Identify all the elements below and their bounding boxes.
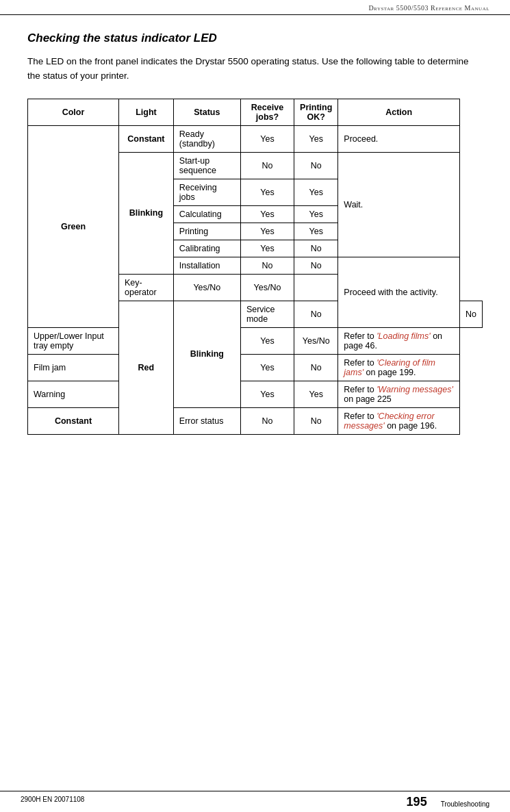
printing-yesno: Yes/No [240,274,294,301]
status-servicemode: Service mode [240,301,294,327]
col-header-status: Status [173,99,240,125]
page-number: 195 [407,796,427,808]
status-warning: Warning [28,381,119,407]
printing-no: No [459,301,482,327]
section-title: Checking the status indicator LED [27,31,483,45]
receive-yes: Yes [240,205,294,223]
status-filmjam: Film jam [28,354,119,381]
printing-no: No [294,152,338,179]
printing-no: No [294,354,338,381]
light-constant-red: Constant [28,407,119,434]
printing-yes: Yes [294,125,338,152]
receive-no: No [240,407,294,434]
status-printing: Printing [173,223,240,240]
action-film-jam: Refer to 'Clearing of film jams' on page… [338,354,460,381]
receive-no: No [240,152,294,179]
col-header-receive: Receivejobs? [240,99,294,125]
printing-no: No [294,257,338,274]
footer-left: 2900H EN 20071108 [21,796,84,808]
action-loading-films: Refer to 'Loading films' on page 46. [338,327,460,354]
printing-no: No [294,240,338,257]
printing-yes: Yes [294,205,338,223]
header-title: Drystar 5500/5503 Reference Manual [368,4,489,12]
status-calculating: Calculating [173,205,240,223]
table-row: Warning Yes Yes Refer to 'Warning messag… [28,381,483,407]
status-table: Color Light Status Receivejobs? Printing… [27,99,483,435]
printing-yes: Yes [294,179,338,205]
table-row: Upper/Lower Input tray empty Yes Yes/No … [28,327,483,354]
receive-yes: Yes [240,327,294,354]
link-clearing-film-jams[interactable]: 'Clearing of film jams' [344,358,435,377]
status-error: Error status [173,407,240,434]
page-content: Checking the status indicator LED The LE… [0,15,510,476]
col-header-action: Action [338,99,460,125]
receive-yes: Yes [240,354,294,381]
status-keyoperator: Key-operator [119,274,174,301]
receive-no: No [240,257,294,274]
printing-yesno: Yes/No [294,327,338,354]
col-header-light: Light [119,99,174,125]
status-ready: Ready (standby) [173,125,240,152]
receive-yes: Yes [240,381,294,407]
light-blinking-red: Blinking [173,301,240,407]
receive-yesno: Yes/No [173,274,240,301]
table-row: Film jam Yes No Refer to 'Clearing of fi… [28,354,483,381]
color-red: Red [119,301,174,434]
status-trayempty: Upper/Lower Input tray empty [28,327,119,354]
action-wait: Wait. [338,152,460,257]
printing-yes: Yes [294,381,338,407]
page-number-block: 195 Troubleshooting [407,796,489,808]
status-calibrating: Calibrating [173,240,240,257]
color-green: Green [28,125,119,327]
status-startup: Start-up sequence [173,152,240,179]
light-constant-1: Constant [119,125,174,152]
page-footer: 2900H EN 20071108 195 Troubleshooting [0,791,510,812]
receive-yes: Yes [240,223,294,240]
footer-right: Troubleshooting [441,800,489,808]
col-header-printing: PrintingOK? [294,99,338,125]
printing-no: No [294,407,338,434]
page-header: Drystar 5500/5503 Reference Manual [0,0,510,15]
link-warning-messages[interactable]: 'Warning messages' [377,385,453,394]
status-installation: Installation [173,257,240,274]
link-loading-films[interactable]: 'Loading films' [377,331,430,341]
status-receiving: Receiving jobs [173,179,240,205]
receive-yes: Yes [240,240,294,257]
receive-yes: Yes [240,125,294,152]
action-warning: Refer to 'Warning messages' on page 225 [338,381,460,407]
action-proceed-activity: Proceed with the activity. [338,257,460,327]
receive-no: No [294,301,338,327]
printing-yes: Yes [294,223,338,240]
table-row: Green Constant Ready (standby) Yes Yes P… [28,125,483,152]
action-error: Refer to 'Checking error messages' on pa… [338,407,460,434]
link-checking-error-messages[interactable]: 'Checking error messages' [344,411,434,431]
action-proceed: Proceed. [338,125,460,152]
col-header-color: Color [28,99,119,125]
light-blinking-green: Blinking [119,152,174,274]
table-header-row: Color Light Status Receivejobs? Printing… [28,99,483,125]
intro-text: The LED on the front panel indicates the… [27,55,483,84]
receive-yes: Yes [240,179,294,205]
table-row: Constant Error status No No Refer to 'Ch… [28,407,483,434]
